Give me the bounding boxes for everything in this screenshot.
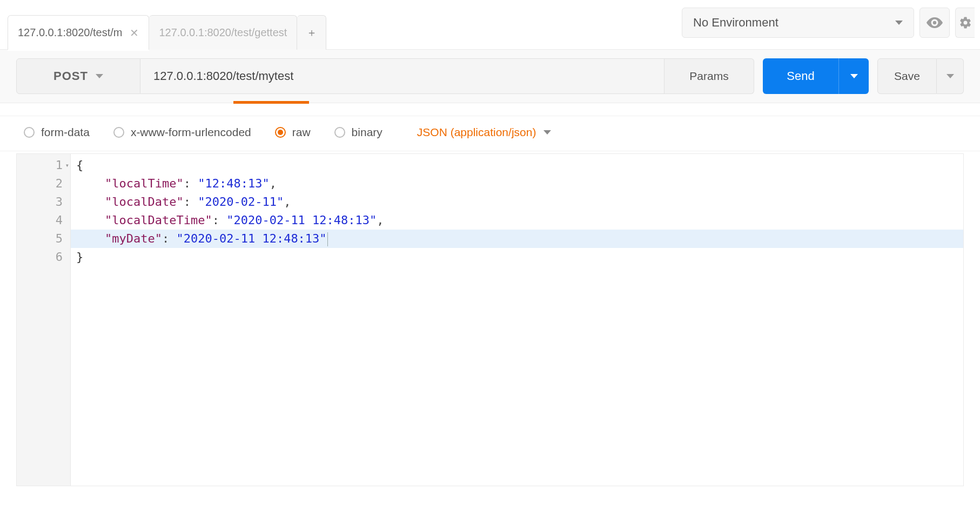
code-line[interactable]: "localDateTime": "2020-02-11 12:48:13",: [71, 211, 963, 230]
active-tab-indicator: [233, 101, 309, 104]
editor-gutter: 123456: [17, 154, 71, 486]
editor-code-area[interactable]: { "localTime": "12:48:13", "localDate": …: [71, 154, 963, 486]
radio-label: binary: [352, 126, 382, 139]
plus-icon: ＋: [306, 25, 317, 40]
chevron-down-icon: [543, 130, 551, 135]
code-token-key: "localTime": [105, 177, 184, 190]
environment-select[interactable]: No Environment: [682, 8, 914, 38]
http-method-label: POST: [53, 69, 88, 83]
content-type-select[interactable]: JSON (application/json): [417, 126, 552, 139]
params-button[interactable]: Params: [664, 58, 754, 94]
request-section-tabs: [0, 103, 980, 116]
code-token-punc: :: [212, 213, 227, 227]
environment-quicklook-button[interactable]: [919, 8, 950, 38]
chevron-down-icon: [850, 74, 858, 78]
radio-icon: [275, 127, 286, 138]
request-tab-active[interactable]: 127.0.0.1:8020/test/m ✕: [8, 15, 149, 50]
request-tab-inactive[interactable]: 127.0.0.1:8020/test/gettest: [149, 15, 297, 50]
line-number: 6: [17, 248, 70, 266]
tab-label: 127.0.0.1:8020/test/gettest: [159, 26, 287, 39]
line-number: 5: [17, 230, 70, 248]
request-tabs: 127.0.0.1:8020/test/m ✕ 127.0.0.1:8020/t…: [0, 0, 326, 50]
code-token-brace: }: [76, 250, 83, 264]
eye-icon: [927, 17, 943, 28]
code-line[interactable]: }: [71, 248, 963, 266]
save-button[interactable]: Save: [877, 58, 937, 94]
code-token-punc: :: [162, 232, 177, 245]
chevron-down-icon: [96, 74, 103, 78]
code-token-key: "localDateTime": [105, 213, 212, 227]
params-label: Params: [689, 70, 728, 83]
environment-settings-button[interactable]: [955, 8, 975, 38]
environment-label: No Environment: [693, 16, 778, 30]
svg-point-0: [933, 21, 936, 24]
body-type-binary[interactable]: binary: [334, 126, 382, 139]
code-token-str: "12:48:13": [198, 177, 269, 190]
radio-label: form-data: [41, 126, 90, 139]
code-token-punc: ,: [270, 177, 277, 190]
top-right-controls: No Environment: [682, 0, 980, 38]
send-label: Send: [787, 69, 814, 83]
radio-icon: [24, 127, 35, 138]
http-method-select[interactable]: POST: [16, 58, 140, 94]
chevron-down-icon: [895, 21, 903, 25]
code-token-brace: {: [76, 158, 83, 172]
code-line[interactable]: {: [71, 156, 963, 174]
content-type-label: JSON (application/json): [417, 126, 536, 139]
code-line[interactable]: "localDate": "2020-02-11",: [71, 193, 963, 211]
radio-icon: [334, 127, 345, 138]
code-token-punc: ,: [284, 195, 291, 209]
code-token-punc: ,: [377, 213, 384, 227]
line-number: 1: [17, 156, 70, 174]
line-number: 4: [17, 211, 70, 230]
body-type-form-data[interactable]: form-data: [24, 126, 90, 139]
code-token-key: "myDate": [105, 232, 162, 245]
request-builder-row: POST 127.0.0.1:8020/test/mytest Params S…: [0, 50, 980, 103]
code-token-key: "localDate": [105, 195, 184, 209]
body-editor[interactable]: 123456 { "localTime": "12:48:13", "local…: [16, 153, 964, 486]
radio-label: raw: [292, 126, 311, 139]
send-button[interactable]: Send: [763, 58, 838, 94]
code-token-str: "2020-02-11 12:48:13": [176, 232, 326, 245]
top-bar: 127.0.0.1:8020/test/m ✕ 127.0.0.1:8020/t…: [0, 0, 980, 50]
save-label: Save: [894, 70, 920, 83]
close-icon[interactable]: ✕: [130, 26, 139, 39]
save-dropdown-button[interactable]: [937, 58, 964, 94]
line-number: 2: [17, 174, 70, 193]
code-line[interactable]: "localTime": "12:48:13",: [71, 174, 963, 193]
text-cursor: [327, 232, 328, 246]
line-number: 3: [17, 193, 70, 211]
radio-icon: [113, 127, 124, 138]
code-line[interactable]: "myDate": "2020-02-11 12:48:13": [71, 230, 963, 248]
radio-label: x-www-form-urlencoded: [131, 126, 251, 139]
code-token-punc: :: [184, 177, 198, 190]
url-input[interactable]: 127.0.0.1:8020/test/mytest: [140, 58, 664, 94]
code-token-str: "2020-02-11": [198, 195, 284, 209]
tab-label: 127.0.0.1:8020/test/m: [18, 26, 122, 39]
gear-icon: [959, 16, 972, 29]
new-tab-button[interactable]: ＋: [297, 15, 326, 50]
body-type-row: form-data x-www-form-urlencoded raw bina…: [0, 116, 980, 151]
chevron-down-icon: [947, 74, 954, 78]
code-token-str: "2020-02-11 12:48:13": [226, 213, 377, 227]
send-dropdown-button[interactable]: [838, 58, 869, 94]
code-token-punc: :: [184, 195, 198, 209]
body-type-urlencoded[interactable]: x-www-form-urlencoded: [113, 126, 251, 139]
url-value: 127.0.0.1:8020/test/mytest: [153, 69, 293, 83]
body-type-raw[interactable]: raw: [275, 126, 311, 139]
